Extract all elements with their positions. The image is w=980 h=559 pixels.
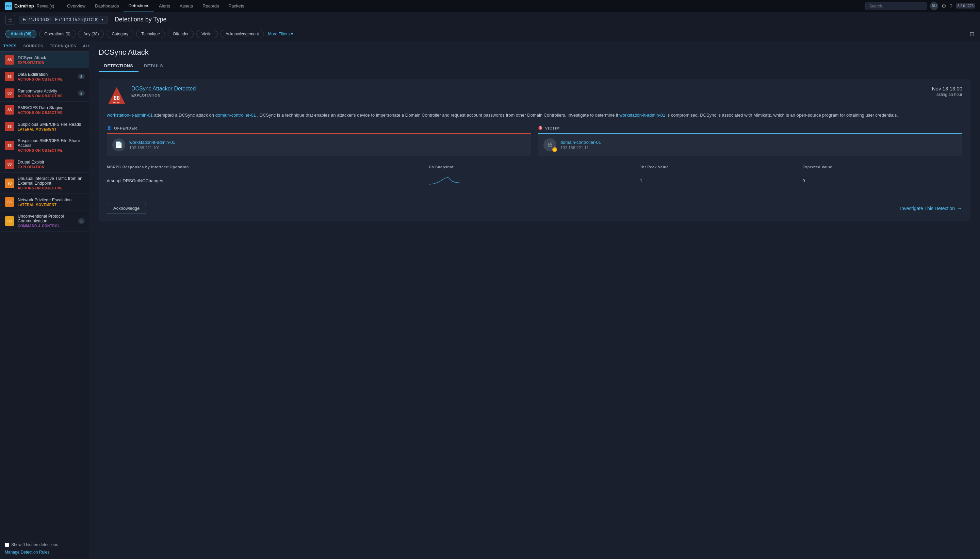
- tab-details[interactable]: DETAILS: [139, 61, 168, 72]
- victim-ip: 192.168.221.11: [560, 146, 601, 150]
- list-item[interactable]: 83 SMB/CIFS Data Staging ACTIONS ON OBJE…: [0, 102, 89, 118]
- list-item[interactable]: 88 DCSync Attack EXPLOITATION: [0, 52, 89, 68]
- list-item[interactable]: 83 Ransomware Activity ACTIONS ON OBJECT…: [0, 85, 89, 102]
- show-hidden-label: Show 0 hidden detections: [11, 542, 58, 547]
- offender-ip: 192.168.221.101: [129, 146, 175, 150]
- help-icon[interactable]: ?: [949, 3, 952, 9]
- list-item[interactable]: 60 Unconventional Protocol Communication…: [0, 210, 89, 232]
- offender-card: 📄 workstation-it-admin-01 192.168.221.10…: [107, 133, 531, 156]
- offender-device-name[interactable]: workstation-it-admin-01: [129, 140, 175, 145]
- version-badge: 8.2.0.1773: [956, 3, 975, 8]
- detection-timestamp: Nov 13 13:00 lasting an hour: [932, 86, 962, 97]
- nav-overview[interactable]: Overview: [62, 0, 90, 12]
- offender-section: 👤 OFFENDER 📄 workstation-it-admin-01 192…: [107, 126, 531, 156]
- date-range-selector[interactable]: Fri 11/13-10:00 – Fri 11/13-15:25 (UTC-8…: [19, 16, 108, 24]
- sidebar-item-name: DCSync Attack: [18, 55, 85, 60]
- logo-text: ExtraHop: [14, 3, 34, 8]
- filter-offender[interactable]: Offender: [168, 30, 194, 38]
- duration-value: lasting an hour: [932, 92, 962, 97]
- card-footer: Acknowledge Investigate This Detection →: [107, 197, 962, 214]
- tab-detections[interactable]: DETECTIONS: [99, 61, 139, 72]
- sidebar-item-name: Network Privilege Escalation: [18, 198, 85, 202]
- detection-type-title: DCSync Attack: [99, 48, 970, 57]
- show-hidden-toggle[interactable]: Show 0 hidden detections: [5, 542, 84, 547]
- investigate-link[interactable]: Investigate This Detection →: [900, 205, 962, 212]
- list-item[interactable]: 83 Data Exfiltration ACTIONS ON OBJECTIV…: [0, 68, 89, 85]
- filter-technique[interactable]: Technique: [136, 30, 165, 38]
- sidebar-container: TYPES SOURCES TECHNIQUES ALL 88 DCSync A…: [0, 41, 89, 559]
- offender-link-2[interactable]: workstation-it-admin-01: [619, 112, 665, 117]
- sidebar-item-category: EXPLOITATION: [18, 61, 85, 64]
- dropdown-chevron-icon: ▼: [101, 18, 104, 22]
- victim-link-1[interactable]: domain-controller-01: [216, 112, 256, 117]
- list-item[interactable]: 65 Network Privilege Escalation LATERAL …: [0, 194, 89, 210]
- sidebar-item-name: Drupal Exploit: [18, 160, 85, 165]
- acknowledge-button[interactable]: Acknowledge: [107, 203, 146, 214]
- risk-icon: 88 RISK: [107, 86, 127, 106]
- nav-assets[interactable]: Assets: [175, 0, 198, 12]
- filter-victim[interactable]: Victim: [196, 30, 217, 38]
- sidebar-item-name: Ransomware Activity: [18, 89, 75, 94]
- timestamp-value: Nov 13 13:00: [932, 86, 962, 91]
- body-text-2: . DCSync is a technique that enables an …: [257, 112, 620, 117]
- nav-detections[interactable]: Detections: [124, 0, 154, 12]
- search-input[interactable]: [865, 2, 927, 10]
- page-icon: ☰: [5, 15, 15, 25]
- main-content: DCSync Attack DETECTIONS DETAILS 88 RISK…: [89, 41, 980, 559]
- list-item[interactable]: 70 Unusual Interactive Traffic from an E…: [0, 173, 89, 194]
- logo[interactable]: EH ExtraHop Reveal(x): [5, 2, 54, 10]
- risk-badge: 83: [5, 122, 14, 131]
- settings-icon[interactable]: ⚙: [942, 3, 946, 9]
- product-text: Reveal(x): [37, 4, 54, 8]
- sidebar-item-name: SMB/CIFS Data Staging: [18, 106, 85, 110]
- more-filters-link[interactable]: More Filters ▾: [268, 31, 293, 36]
- sidebar-item-category: ACTIONS ON OBJECTIVE: [18, 94, 75, 98]
- expected-value: 0: [803, 178, 962, 183]
- ov-grid: 👤 OFFENDER 📄 workstation-it-admin-01 192…: [107, 126, 962, 156]
- sidebar-item-name: Unusual Interactive Traffic from an Exte…: [18, 176, 85, 186]
- tab-techniques[interactable]: TECHNIQUES: [46, 41, 79, 51]
- risk-badge: 60: [5, 216, 14, 226]
- offender-device-icon: 📄: [112, 138, 125, 151]
- hidden-checkbox[interactable]: [5, 542, 9, 547]
- filter-operations[interactable]: Operations (0): [39, 30, 76, 38]
- risk-badge: 83: [5, 88, 14, 98]
- nav-packets[interactable]: Packets: [224, 0, 249, 12]
- offender-link[interactable]: workstation-it-admin-01: [107, 112, 153, 117]
- nav-records[interactable]: Records: [198, 0, 224, 12]
- risk-badge: 88: [5, 55, 14, 64]
- victim-device-name[interactable]: domain-controller-01: [560, 140, 601, 145]
- list-item[interactable]: 83 Drupal Exploit EXPLOITATION: [0, 156, 89, 173]
- peak-value: 1: [640, 178, 800, 183]
- main-layout: TYPES SOURCES TECHNIQUES ALL 88 DCSync A…: [0, 41, 980, 559]
- svg-text:RISK: RISK: [113, 101, 121, 104]
- date-range-text: Fri 11/13-10:00 – Fri 11/13-15:25 (UTC-8…: [23, 17, 99, 22]
- victim-label: 🎯 VICTIM: [538, 126, 962, 130]
- body-text-1: attempted a DCSync attack on: [154, 112, 216, 117]
- sidebar-item-name: Data Exfiltration: [18, 72, 75, 77]
- nav-dashboards[interactable]: Dashboards: [90, 0, 124, 12]
- nav-links: Overview Dashboards Detections Alerts As…: [62, 0, 865, 12]
- user-avatar: DU: [930, 2, 938, 10]
- filter-attack[interactable]: Attack (38): [5, 30, 36, 38]
- manage-rules-link[interactable]: Manage Detection Rules: [5, 550, 84, 554]
- victim-section: 🎯 VICTIM 🖥 ⭐ domain-controller-01 192.16…: [538, 126, 962, 156]
- more-filters-chevron-icon: ▾: [291, 31, 293, 36]
- list-item[interactable]: 83 Suspicious SMB/CIFS File Share Access…: [0, 135, 89, 156]
- list-item[interactable]: 83 Suspicious SMB/CIFS File Reads LATERA…: [0, 118, 89, 135]
- nav-alerts[interactable]: Alerts: [154, 0, 175, 12]
- offender-icon: 👤: [107, 126, 112, 130]
- victim-card: 🖥 ⭐ domain-controller-01 192.168.221.11: [538, 133, 962, 156]
- offender-label: 👤 OFFENDER: [107, 126, 531, 130]
- sidebar-item-category: ACTIONS ON OBJECTIVE: [18, 111, 85, 114]
- count-badge: 2: [78, 91, 85, 96]
- risk-badge: 65: [5, 197, 14, 207]
- sort-icon[interactable]: ⊟: [970, 30, 975, 38]
- body-text-3: is compromised. DCSync is associated wit…: [667, 112, 898, 117]
- filter-acknowledgement[interactable]: Acknowledgement: [221, 30, 264, 38]
- filter-category[interactable]: Category: [106, 30, 133, 38]
- filter-any[interactable]: Any (38): [78, 30, 104, 38]
- tab-types[interactable]: TYPES: [0, 41, 20, 51]
- tab-sources[interactable]: SOURCES: [20, 41, 46, 51]
- risk-badge: 83: [5, 72, 14, 81]
